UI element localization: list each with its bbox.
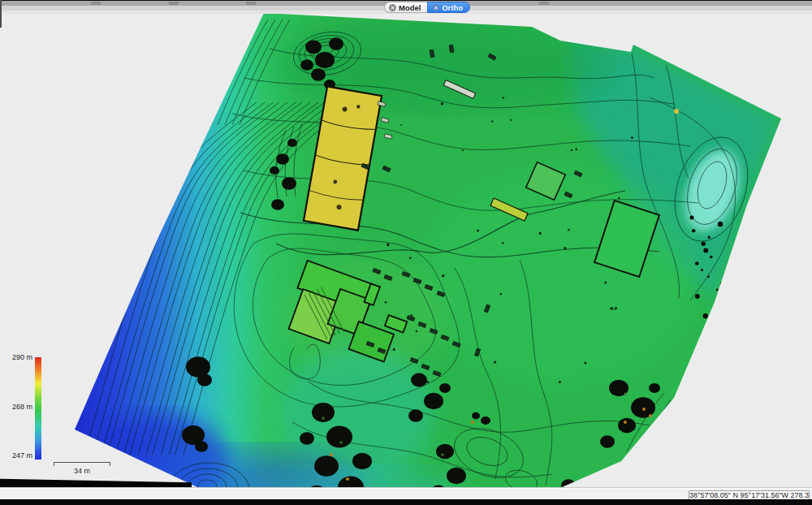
- tab-strip-separator: [246, 2, 256, 5]
- scale-bar-label: 34 m: [54, 467, 110, 475]
- map-orthomosaic: [0, 0, 812, 505]
- elevation-legend: 290 m 268 m 247 m: [0, 349, 49, 467]
- photogrammetry-app-window: { "tabs": [ { "label": "Model", "active"…: [0, 0, 812, 505]
- tab-model[interactable]: × Model: [384, 2, 427, 13]
- legend-mid-label: 268 m: [5, 403, 32, 411]
- legend-min-label: 247 m: [5, 451, 32, 460]
- window-corner-notch: [0, 0, 2, 28]
- tab-strip-separator: [91, 2, 101, 5]
- close-tab-icon[interactable]: ×: [432, 4, 439, 11]
- close-tab-icon[interactable]: ×: [389, 4, 396, 11]
- terrain-texture: [0, 0, 812, 505]
- elevation-map-canvas[interactable]: [0, 0, 812, 505]
- scale-bar-rule: [54, 462, 110, 466]
- tab-model-label: Model: [399, 3, 421, 12]
- elevation-colorbar: [35, 357, 41, 460]
- tab-strip-separator: [169, 2, 179, 5]
- status-bar: 38°57'08.05" N 95°17'31.56"W 278.343: [0, 488, 812, 499]
- tab-ortho[interactable]: × Ortho: [427, 2, 470, 13]
- window-bottom-edge: [0, 499, 812, 505]
- tab-ortho-label: Ortho: [442, 3, 463, 12]
- map-scale-bar: 34 m: [54, 462, 110, 475]
- legend-max-label: 290 m: [5, 353, 32, 361]
- tab-strip-separator: [539, 2, 549, 5]
- view-tabs: × Model × Ortho: [384, 2, 470, 13]
